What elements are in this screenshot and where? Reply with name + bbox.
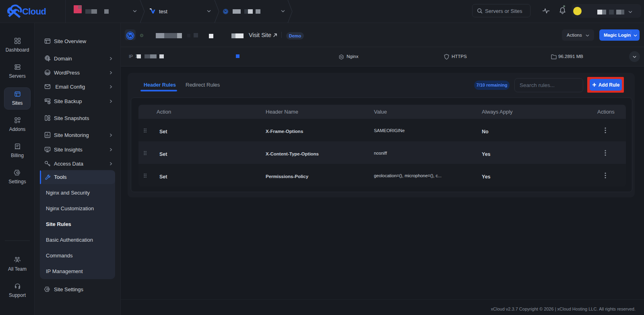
svg-text:W: W <box>224 10 227 13</box>
svg-text:W: W <box>128 33 133 39</box>
